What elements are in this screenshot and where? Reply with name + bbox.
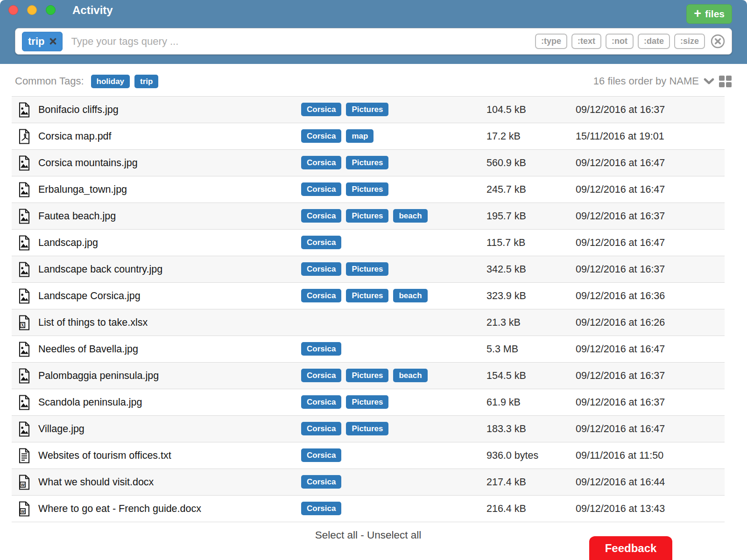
file-tag-chip-Corsica[interactable]: Corsica bbox=[301, 129, 341, 143]
file-tags: CorsicaPictures bbox=[301, 422, 388, 435]
file-tag-chip-beach[interactable]: beach bbox=[393, 289, 427, 302]
xlsx-file-icon: X bbox=[18, 315, 30, 330]
filter-button-not[interactable]: :not bbox=[606, 34, 634, 49]
file-row[interactable]: Bonifacio cliffs.jpgCorsicaPictures104.5… bbox=[12, 96, 725, 123]
file-tags: CorsicaPicturesbeach bbox=[301, 369, 428, 382]
file-size: 5.3 MB bbox=[486, 336, 518, 362]
file-tag-chip-Corsica[interactable]: Corsica bbox=[301, 395, 341, 409]
filter-buttons-group: :type:text:not:date:size bbox=[535, 34, 705, 49]
file-tags: CorsicaPictures bbox=[301, 262, 388, 276]
file-name: Erbalunga_town.jpg bbox=[38, 176, 127, 203]
file-row[interactable]: Erbalunga_town.jpgCorsicaPictures245.7 k… bbox=[12, 176, 725, 203]
file-tag-chip-Corsica[interactable]: Corsica bbox=[301, 475, 341, 489]
unselect-all-link[interactable]: Unselect all bbox=[367, 529, 421, 541]
file-name: What we should visit.docx bbox=[38, 469, 154, 495]
file-size: 216.4 kB bbox=[486, 496, 526, 522]
file-tags: Corsica bbox=[301, 342, 341, 356]
file-tag-chip-Pictures[interactable]: Pictures bbox=[346, 209, 388, 223]
close-button[interactable] bbox=[8, 5, 18, 15]
file-size: 61.9 kB bbox=[486, 389, 521, 415]
file-name: Scandola peninsula.jpg bbox=[38, 389, 142, 415]
file-size: 342.5 kB bbox=[486, 256, 526, 282]
file-tag-chip-Corsica[interactable]: Corsica bbox=[301, 289, 341, 302]
filter-button-text[interactable]: :text bbox=[571, 34, 601, 49]
file-row[interactable]: WWhere to go eat - French guide.docxCors… bbox=[12, 495, 725, 522]
file-row[interactable]: Corsica map.pdfCorsicamap17.2 kB15/11/20… bbox=[12, 123, 725, 149]
title-bar: Activity + files trip :type:text:not:dat… bbox=[0, 0, 747, 64]
file-name: Landscape back country.jpg bbox=[38, 256, 162, 282]
file-tag-chip-Pictures[interactable]: Pictures bbox=[346, 289, 388, 302]
file-tag-chip-Corsica[interactable]: Corsica bbox=[301, 262, 341, 276]
common-tag-chip-holiday[interactable]: holiday bbox=[91, 75, 130, 88]
file-tags: Corsica bbox=[301, 448, 341, 462]
file-row[interactable]: Fautea beach.jpgCorsicaPicturesbeach195.… bbox=[12, 203, 725, 229]
tags-query-input[interactable] bbox=[71, 35, 535, 48]
common-tag-chip-trip[interactable]: trip bbox=[134, 75, 158, 88]
file-date: 15/11/2016 at 19:01 bbox=[576, 123, 664, 149]
file-tags: CorsicaPictures bbox=[301, 182, 388, 196]
file-date: 09/12/2016 at 16:44 bbox=[576, 469, 665, 495]
feedback-button[interactable]: Feedback bbox=[589, 536, 672, 560]
file-tag-chip-Corsica[interactable]: Corsica bbox=[301, 422, 341, 435]
file-row[interactable]: Landscape Corsica.jpgCorsicaPicturesbeac… bbox=[12, 282, 725, 309]
minimize-button[interactable] bbox=[27, 5, 37, 15]
svg-text:X: X bbox=[21, 323, 24, 328]
file-tag-chip-Corsica[interactable]: Corsica bbox=[301, 156, 341, 169]
image-file-icon bbox=[18, 235, 30, 251]
filter-button-type[interactable]: :type bbox=[535, 34, 567, 49]
file-row[interactable]: Landscape back country.jpgCorsicaPicture… bbox=[12, 256, 725, 282]
file-tag-chip-Corsica[interactable]: Corsica bbox=[301, 342, 341, 356]
file-tag-chip-Corsica[interactable]: Corsica bbox=[301, 236, 341, 249]
image-file-icon bbox=[18, 395, 30, 410]
file-row[interactable]: Palombaggia peninsula.jpgCorsicaPictures… bbox=[12, 362, 725, 389]
file-tag-chip-Pictures[interactable]: Pictures bbox=[346, 422, 388, 435]
file-tag-chip-Corsica[interactable]: Corsica bbox=[301, 448, 341, 462]
file-tag-chip-Corsica[interactable]: Corsica bbox=[301, 182, 341, 196]
file-tag-chip-Corsica[interactable]: Corsica bbox=[301, 103, 341, 116]
chevron-down-icon[interactable] bbox=[704, 78, 714, 85]
image-file-icon bbox=[18, 209, 30, 224]
svg-text:W: W bbox=[21, 509, 25, 514]
file-tag-chip-Pictures[interactable]: Pictures bbox=[346, 156, 388, 169]
file-tag-chip-Corsica[interactable]: Corsica bbox=[301, 502, 341, 515]
file-name: Where to go eat - French guide.docx bbox=[38, 496, 201, 522]
order-by-label[interactable]: 16 files order by NAME bbox=[593, 75, 699, 87]
file-tag-chip-beach[interactable]: beach bbox=[393, 369, 427, 382]
file-row[interactable]: Village.jpgCorsicaPictures183.3 kB09/12/… bbox=[12, 415, 725, 442]
file-row[interactable]: Scandola peninsula.jpgCorsicaPictures61.… bbox=[12, 389, 725, 415]
file-tag-chip-Corsica[interactable]: Corsica bbox=[301, 369, 341, 382]
file-size: 115.7 kB bbox=[486, 230, 525, 256]
image-file-icon bbox=[18, 155, 30, 171]
file-tag-chip-Pictures[interactable]: Pictures bbox=[346, 395, 388, 409]
file-tag-chip-Pictures[interactable]: Pictures bbox=[346, 103, 388, 116]
file-size: 217.4 kB bbox=[486, 469, 526, 495]
maximize-button[interactable] bbox=[46, 5, 56, 15]
file-size: 195.7 kB bbox=[486, 203, 526, 229]
file-row[interactable]: Landscap.jpgCorsica115.7 kB09/12/2016 at… bbox=[12, 229, 725, 256]
file-row[interactable]: WWhat we should visit.docxCorsica217.4 k… bbox=[12, 469, 725, 495]
file-tags: CorsicaPicturesbeach bbox=[301, 289, 428, 302]
filter-button-date[interactable]: :date bbox=[638, 34, 670, 49]
file-row[interactable]: Corsica mountains.jpgCorsicaPictures560.… bbox=[12, 149, 725, 176]
feedback-label: Feedback bbox=[605, 542, 657, 555]
add-files-button[interactable]: + files bbox=[686, 4, 732, 24]
remove-tag-icon[interactable] bbox=[49, 38, 56, 45]
select-all-link[interactable]: Select all bbox=[315, 529, 358, 541]
file-tags: CorsicaPicturesbeach bbox=[301, 209, 428, 223]
active-search-tag-chip[interactable]: trip bbox=[22, 32, 63, 51]
file-tag-chip-Corsica[interactable]: Corsica bbox=[301, 209, 341, 223]
file-tags: Corsica bbox=[301, 502, 341, 515]
file-tag-chip-beach[interactable]: beach bbox=[393, 209, 427, 223]
file-tag-chip-Pictures[interactable]: Pictures bbox=[346, 182, 388, 196]
grid-view-icon[interactable] bbox=[719, 76, 732, 87]
file-row[interactable]: XList of things to take.xlsx21.3 kB09/12… bbox=[12, 309, 725, 336]
file-tag-chip-map[interactable]: map bbox=[346, 129, 374, 143]
filter-button-size[interactable]: :size bbox=[674, 34, 705, 49]
clear-search-icon[interactable] bbox=[711, 34, 725, 49]
file-row[interactable]: Needles of Bavella.jpgCorsica5.3 MB09/12… bbox=[12, 336, 725, 362]
file-list: Bonifacio cliffs.jpgCorsicaPictures104.5… bbox=[12, 96, 725, 522]
file-row[interactable]: Websites of tourism offices.txtCorsica93… bbox=[12, 442, 725, 469]
file-tag-chip-Pictures[interactable]: Pictures bbox=[346, 262, 388, 276]
common-tags-chips: holidaytrip bbox=[91, 75, 159, 88]
file-tag-chip-Pictures[interactable]: Pictures bbox=[346, 369, 388, 382]
